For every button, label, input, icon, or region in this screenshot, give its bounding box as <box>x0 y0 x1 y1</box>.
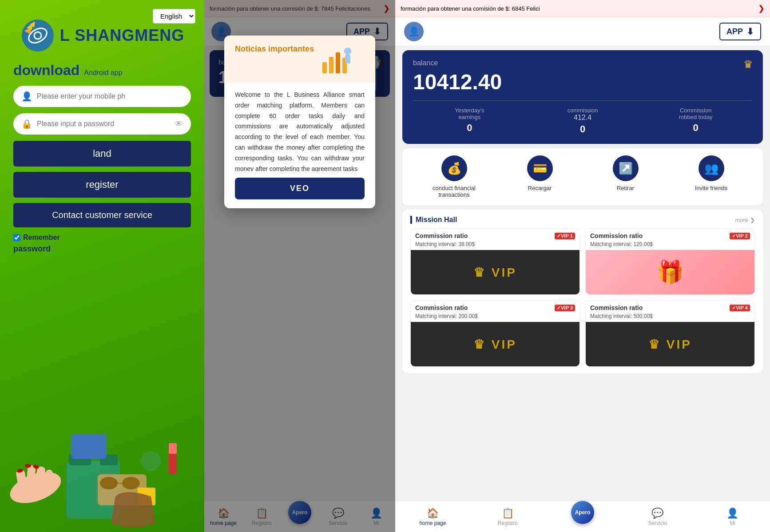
stat-robbed-label: Commissionrobbed today <box>639 107 752 120</box>
svg-rect-35 <box>336 52 340 73</box>
right-nav-registro[interactable]: 📋 Registro <box>470 501 545 532</box>
right-balance-label: balance <box>413 59 438 67</box>
password-hint: password <box>13 244 51 254</box>
financial-icon: 💰 <box>447 162 461 175</box>
password-input-group: 🔒 👁 <box>13 113 191 135</box>
action-invite-label: Invite friends <box>695 185 728 191</box>
left-panel: English L SHANGMENG download Android app… <box>0 0 204 532</box>
right-card4-img: ♛ VIP <box>586 322 754 366</box>
svg-point-19 <box>122 477 140 489</box>
right-download-icon: ⬇ <box>746 26 754 37</box>
eye-icon[interactable]: 👁 <box>175 119 183 129</box>
stat-yesterday-value: 0 <box>413 122 526 134</box>
right-home-icon: 🏠 <box>427 508 439 519</box>
dialog-veo-button[interactable]: VEO <box>235 178 365 199</box>
right-servicio-icon: 💬 <box>651 508 663 519</box>
action-retirar[interactable]: ↗️ Retirar <box>583 155 668 198</box>
stat-robbed-value: 0 <box>639 122 752 134</box>
right-card-vip1[interactable]: Commission ratio ✓ VIP 1 Matching interv… <box>410 228 580 295</box>
right-apero-circle: Apero <box>571 501 594 524</box>
right-ticker-arrow[interactable]: ❯ <box>758 4 765 13</box>
action-financial[interactable]: 💰 conduct financialtransactions <box>411 155 497 198</box>
right-cards-grid: Commission ratio ✓ VIP 1 Matching interv… <box>410 228 755 367</box>
vip2-checkmark-icon: ✓ <box>732 233 736 239</box>
right-vip4-badge: ✓ VIP 4 <box>730 305 750 311</box>
right-card-vip3[interactable]: Commission ratio ✓ VIP 3 Matching interv… <box>410 300 580 367</box>
middle-dialog-overlay: Noticias importantes Welcome to the L Bu… <box>204 46 395 532</box>
stat-commission-sub: 412.4 <box>526 114 639 122</box>
right-header: 👤 APP ⬇ <box>395 17 770 46</box>
fashion-illustration <box>0 390 204 532</box>
dialog-body: Welcome to the L Business Alliance smart… <box>224 83 375 171</box>
right-balance-card: balance ♛ 10412.40 Yesterday'searnings 0… <box>402 50 763 144</box>
phone-input-group: 👤 <box>13 86 191 107</box>
right-app-label: APP <box>726 27 743 36</box>
phone-input[interactable] <box>37 92 183 100</box>
right-mi-icon: 👤 <box>726 508 738 519</box>
contact-button[interactable]: Contact customer service <box>13 203 191 227</box>
action-invite[interactable]: 👥 Invite friends <box>668 155 754 198</box>
remember-row: Remember <box>13 234 60 242</box>
vip-card-visual: ♛ VIP <box>473 265 517 280</box>
dialog-footer: VEO <box>224 171 375 208</box>
right-card-vip2[interactable]: Commission ratio ✓ VIP 2 Matching interv… <box>585 228 755 295</box>
right-card2-interval: Matching interval: 120.00$ <box>586 241 754 250</box>
land-button[interactable]: land <box>13 141 191 167</box>
right-card3-title: Commission ratio <box>415 304 468 311</box>
svg-rect-34 <box>329 57 333 73</box>
svg-point-18 <box>100 477 118 489</box>
right-card3-interval: Matching interval: 200.00$ <box>411 313 579 322</box>
right-nav-mi-label: Mi <box>730 520 735 526</box>
right-nav-servicio[interactable]: 💬 Servicio <box>620 501 695 532</box>
right-nav-mi[interactable]: 👤 Mi <box>695 501 770 532</box>
right-registro-icon: 📋 <box>502 508 514 519</box>
middle-content: balance ♛ 10412.40 Noticias importantes <box>204 46 395 532</box>
right-card4-interval: Matching interval: 500.00$ <box>586 313 754 322</box>
language-selector[interactable]: English <box>153 9 195 24</box>
right-card2-img: 🎁 <box>586 250 754 294</box>
phone-input-row: 👤 <box>13 86 191 107</box>
action-financial-label: conduct financialtransactions <box>433 185 476 198</box>
action-recargar-label: Recargar <box>528 185 552 191</box>
svg-point-23 <box>141 451 161 471</box>
right-mission-more[interactable]: more ❯ <box>735 217 755 223</box>
svg-rect-25 <box>169 443 177 454</box>
svg-rect-38 <box>345 55 350 64</box>
recargar-icon: 💳 <box>533 162 547 175</box>
recargar-icon-wrap: 💳 <box>527 155 553 181</box>
logo-text: L SHANGMENG <box>60 26 184 45</box>
svg-point-0 <box>22 20 54 52</box>
password-input[interactable] <box>37 120 175 128</box>
right-panel: formación para obtener una comisión de $… <box>395 0 770 532</box>
retirar-icon-wrap: ↗️ <box>613 155 639 181</box>
right-card-vip4[interactable]: Commission ratio ✓ VIP 4 Matching interv… <box>585 300 755 367</box>
financial-icon-wrap: 💰 <box>441 155 467 181</box>
remember-checkbox[interactable] <box>13 234 20 241</box>
right-nav-apero[interactable]: Apero <box>545 501 620 532</box>
right-card4-title: Commission ratio <box>590 304 643 311</box>
right-mission-hall: Mission Hall more ❯ Commission ratio ✓ V… <box>402 210 763 373</box>
register-button[interactable]: register <box>13 172 191 198</box>
stat-commission: commission 412.4 0 <box>526 107 639 135</box>
right-content: balance ♛ 10412.40 Yesterday'searnings 0… <box>395 46 770 532</box>
svg-rect-24 <box>169 452 177 474</box>
right-vip1-badge: ✓ VIP 1 <box>555 233 575 239</box>
stat-yesterday: Yesterday'searnings 0 <box>413 107 526 135</box>
right-card1-img: ♛ VIP <box>411 250 579 294</box>
right-app-button[interactable]: APP ⬇ <box>719 23 761 40</box>
stat-robbed: Commissionrobbed today 0 <box>639 107 752 135</box>
right-card3-img: ♛ VIP <box>411 322 579 366</box>
right-bottom-nav: 🏠 home page 📋 Registro Apero 💬 Servicio … <box>395 501 770 532</box>
right-balance-amount: 10412.40 <box>413 70 752 94</box>
stat-commission-label: commission <box>526 107 639 114</box>
language-dropdown[interactable]: English <box>153 9 195 24</box>
invite-icon: 👥 <box>704 162 718 175</box>
action-recargar[interactable]: 💳 Recargar <box>497 155 583 198</box>
vip3-checkmark-icon: ✓ <box>557 305 561 311</box>
right-avatar[interactable]: 👤 <box>404 22 424 41</box>
password-input-row: 🔒 👁 <box>13 113 191 135</box>
right-nav-home[interactable]: 🏠 home page <box>395 501 470 532</box>
right-ticker: formación para obtener una comisión de $… <box>395 0 770 17</box>
lock-icon: 🔒 <box>21 119 32 129</box>
right-nav-servicio-label: Servicio <box>648 520 667 526</box>
